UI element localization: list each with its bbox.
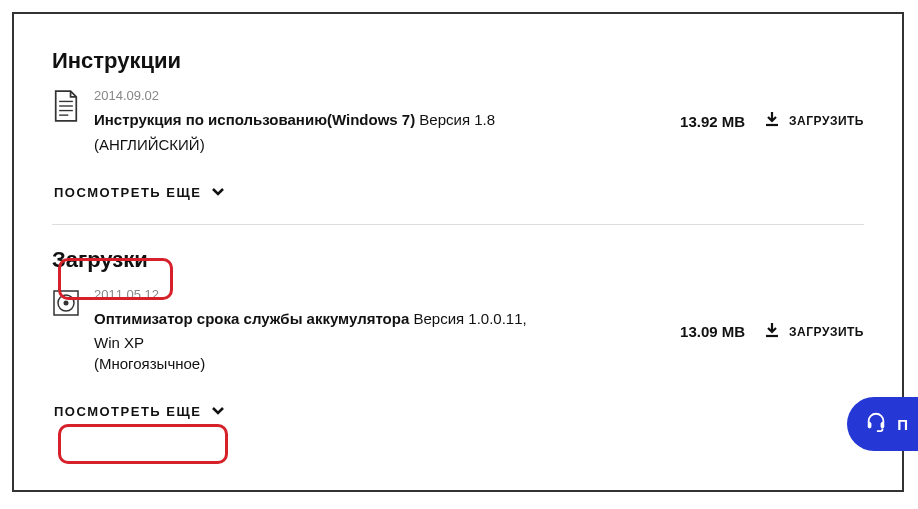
instruction-version: Версия 1.8 [419, 111, 495, 128]
instruction-actions: 13.92 MB ЗАГРУЗИТЬ [680, 110, 864, 132]
document-icon [52, 90, 80, 122]
download-version: Версия 1.0.0.11, [413, 310, 526, 327]
support-fab-label: П [897, 416, 908, 433]
download-download-label: ЗАГРУЗИТЬ [789, 325, 864, 339]
view-more-label: ПОСМОТРЕТЬ ЕЩЕ [54, 185, 201, 200]
instruction-download-label: ЗАГРУЗИТЬ [789, 114, 864, 128]
download-icon [763, 110, 781, 132]
instructions-view-more-button[interactable]: ПОСМОТРЕТЬ ЕЩЕ [52, 179, 227, 206]
download-os: Win XP [94, 334, 666, 351]
annotation-highlight [58, 424, 228, 464]
download-size: 13.09 MB [680, 323, 745, 340]
headset-icon [865, 411, 887, 437]
disc-icon [52, 289, 80, 321]
instruction-content: 2014.09.02 Инструкция по использованию(W… [94, 88, 666, 153]
svg-point-7 [64, 300, 69, 305]
instruction-size: 13.92 MB [680, 113, 745, 130]
download-lang: (Многоязычное) [94, 355, 666, 372]
content-panel: Инструкции 2014.09.02 Инструкция по испо… [12, 12, 904, 492]
downloads-view-more-button[interactable]: ПОСМОТРЕТЬ ЕЩЕ [52, 398, 227, 425]
svg-rect-10 [881, 422, 885, 428]
download-download-button[interactable]: ЗАГРУЗИТЬ [763, 321, 864, 343]
downloads-section: Загрузки 2011.05.12 Оптимизатор срока сл… [52, 247, 864, 426]
chevron-down-icon [211, 185, 225, 200]
instruction-name: Инструкция по использованию(Windows 7) [94, 111, 415, 128]
download-icon [763, 321, 781, 343]
instruction-date: 2014.09.02 [94, 88, 666, 103]
svg-rect-9 [868, 422, 872, 428]
downloads-heading: Загрузки [52, 247, 148, 273]
instruction-lang: (АНГЛИЙСКИЙ) [94, 136, 666, 153]
instructions-section: Инструкции 2014.09.02 Инструкция по испо… [52, 48, 864, 206]
instructions-heading: Инструкции [52, 48, 181, 74]
instruction-item: 2014.09.02 Инструкция по использованию(W… [52, 88, 864, 153]
support-fab-button[interactable]: П [847, 397, 918, 451]
download-content: 2011.05.12 Оптимизатор срока службы акку… [94, 287, 666, 373]
download-name: Оптимизатор срока службы аккумулятора [94, 310, 409, 327]
download-item: 2011.05.12 Оптимизатор срока службы акку… [52, 287, 864, 373]
instruction-download-button[interactable]: ЗАГРУЗИТЬ [763, 110, 864, 132]
section-divider [52, 224, 864, 225]
download-actions: 13.09 MB ЗАГРУЗИТЬ [680, 321, 864, 343]
download-title: Оптимизатор срока службы аккумулятора Ве… [94, 308, 666, 331]
download-date: 2011.05.12 [94, 287, 666, 302]
view-more-label: ПОСМОТРЕТЬ ЕЩЕ [54, 404, 201, 419]
instruction-title: Инструкция по использованию(Windows 7) В… [94, 109, 666, 132]
chevron-down-icon [211, 404, 225, 419]
